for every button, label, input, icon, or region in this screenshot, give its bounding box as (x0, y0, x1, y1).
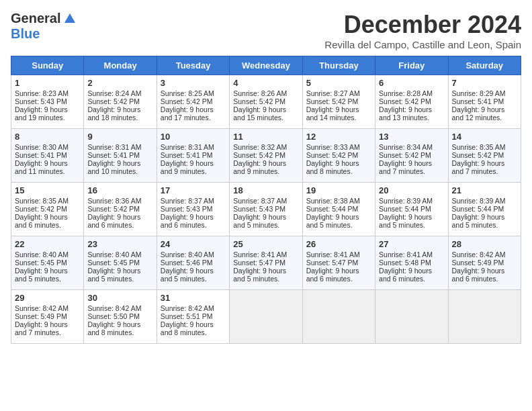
col-saturday: Saturday (448, 56, 521, 75)
day-31: 31 Sunrise: 8:42 AMSunset: 5:51 PMDaylig… (157, 290, 229, 344)
day-23: 23 Sunrise: 8:40 AMSunset: 5:45 PMDaylig… (84, 236, 157, 290)
day-11: 11 Sunrise: 8:32 AMSunset: 5:42 PMDaylig… (230, 129, 302, 183)
title-block: December 2024 Revilla del Campo, Castill… (324, 11, 521, 50)
day-3: 3 Sunrise: 8:25 AMSunset: 5:42 PMDayligh… (157, 75, 229, 129)
day-8: 8 Sunrise: 8:30 AMSunset: 5:41 PMDayligh… (11, 129, 84, 183)
day-9: 9 Sunrise: 8:31 AMSunset: 5:41 PMDayligh… (84, 129, 157, 183)
day-10: 10 Sunrise: 8:31 AMSunset: 5:41 PMDaylig… (157, 129, 229, 183)
logo-icon (63, 12, 77, 26)
day-15: 15 Sunrise: 8:35 AMSunset: 5:42 PMDaylig… (11, 183, 84, 236)
day-27: 27 Sunrise: 8:41 AMSunset: 5:48 PMDaylig… (375, 236, 448, 290)
calendar-row-5: 29 Sunrise: 8:42 AMSunset: 5:49 PMDaylig… (11, 290, 521, 344)
day-6: 6 Sunrise: 8:28 AMSunset: 5:42 PMDayligh… (375, 75, 448, 129)
col-thursday: Thursday (302, 56, 375, 75)
day-24: 24 Sunrise: 8:40 AMSunset: 5:46 PMDaylig… (157, 236, 229, 290)
empty-3 (375, 290, 448, 344)
location-title: Revilla del Campo, Castille and Leon, Sp… (324, 39, 521, 50)
logo: General Blue (11, 11, 77, 42)
day-20: 20 Sunrise: 8:39 AMSunset: 5:44 PMDaylig… (375, 183, 448, 236)
day-21: 21 Sunrise: 8:39 AMSunset: 5:44 PMDaylig… (448, 183, 521, 236)
day-12: 12 Sunrise: 8:33 AMSunset: 5:42 PMDaylig… (302, 129, 375, 183)
col-sunday: Sunday (11, 56, 84, 75)
calendar-header-row: Sunday Monday Tuesday Wednesday Thursday… (11, 56, 521, 75)
col-friday: Friday (375, 56, 448, 75)
month-title: December 2024 (324, 11, 521, 39)
col-monday: Monday (84, 56, 157, 75)
day-19: 19 Sunrise: 8:38 AMSunset: 5:44 PMDaylig… (302, 183, 375, 236)
day-4: 4 Sunrise: 8:26 AMSunset: 5:42 PMDayligh… (230, 75, 302, 129)
svg-marker-0 (64, 13, 75, 23)
empty-4 (448, 290, 521, 344)
calendar-row-3: 15 Sunrise: 8:35 AMSunset: 5:42 PMDaylig… (11, 183, 521, 236)
day-1: 1 Sunrise: 8:23 AMSunset: 5:43 PMDayligh… (11, 75, 84, 129)
day-7: 7 Sunrise: 8:29 AMSunset: 5:41 PMDayligh… (448, 75, 521, 129)
day-13: 13 Sunrise: 8:34 AMSunset: 5:42 PMDaylig… (375, 129, 448, 183)
day-22: 22 Sunrise: 8:40 AMSunset: 5:45 PMDaylig… (11, 236, 84, 290)
calendar-row-4: 22 Sunrise: 8:40 AMSunset: 5:45 PMDaylig… (11, 236, 521, 290)
day-30: 30 Sunrise: 8:42 AMSunset: 5:50 PMDaylig… (84, 290, 157, 344)
col-wednesday: Wednesday (230, 56, 302, 75)
page-header: General Blue December 2024 Revilla del C… (11, 11, 521, 50)
empty-2 (302, 290, 375, 344)
logo-general-text: General (11, 11, 60, 26)
empty-1 (230, 290, 302, 344)
day-2: 2 Sunrise: 8:24 AMSunset: 5:42 PMDayligh… (84, 75, 157, 129)
day-29: 29 Sunrise: 8:42 AMSunset: 5:49 PMDaylig… (11, 290, 84, 344)
calendar-table: Sunday Monday Tuesday Wednesday Thursday… (11, 56, 521, 344)
day-28: 28 Sunrise: 8:42 AMSunset: 5:49 PMDaylig… (448, 236, 521, 290)
calendar-row-1: 1 Sunrise: 8:23 AMSunset: 5:43 PMDayligh… (11, 75, 521, 129)
day-17: 17 Sunrise: 8:37 AMSunset: 5:43 PMDaylig… (157, 183, 229, 236)
day-14: 14 Sunrise: 8:35 AMSunset: 5:42 PMDaylig… (448, 129, 521, 183)
day-26: 26 Sunrise: 8:41 AMSunset: 5:47 PMDaylig… (302, 236, 375, 290)
day-25: 25 Sunrise: 8:41 AMSunset: 5:47 PMDaylig… (230, 236, 302, 290)
day-5: 5 Sunrise: 8:27 AMSunset: 5:42 PMDayligh… (302, 75, 375, 129)
day-16: 16 Sunrise: 8:36 AMSunset: 5:42 PMDaylig… (84, 183, 157, 236)
day-18: 18 Sunrise: 8:37 AMSunset: 5:43 PMDaylig… (230, 183, 302, 236)
logo-blue-text: Blue (11, 26, 40, 42)
calendar-row-2: 8 Sunrise: 8:30 AMSunset: 5:41 PMDayligh… (11, 129, 521, 183)
col-tuesday: Tuesday (157, 56, 229, 75)
